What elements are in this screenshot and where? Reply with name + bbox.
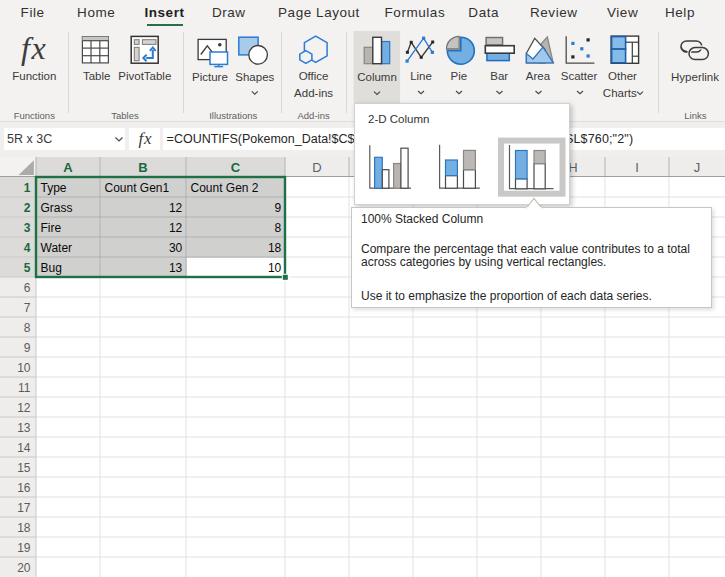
svg-text:D: D xyxy=(312,160,321,175)
svg-text:fx: fx xyxy=(21,30,47,66)
svg-text:9: 9 xyxy=(24,341,31,355)
svg-text:12: 12 xyxy=(169,221,183,235)
svg-text:17: 17 xyxy=(17,501,31,515)
svg-text:20: 20 xyxy=(17,561,31,575)
svg-text:13: 13 xyxy=(17,421,31,435)
svg-text:8: 8 xyxy=(24,321,31,335)
svg-text:4: 4 xyxy=(24,241,31,255)
svg-text:I: I xyxy=(635,160,639,175)
svg-text:B: B xyxy=(138,160,147,175)
svg-text:8: 8 xyxy=(275,221,282,235)
svg-text:Type: Type xyxy=(41,181,67,195)
svg-text:Fire: Fire xyxy=(41,221,62,235)
svg-text:6: 6 xyxy=(24,281,31,295)
svg-text:Grass: Grass xyxy=(41,201,73,215)
svg-text:3: 3 xyxy=(24,221,31,235)
svg-text:2: 2 xyxy=(24,201,31,215)
svg-text:7: 7 xyxy=(24,301,31,315)
svg-text:11: 11 xyxy=(18,381,31,395)
svg-text:H: H xyxy=(568,160,577,175)
svg-text:19: 19 xyxy=(17,541,31,555)
svg-text:Count Gen 2: Count Gen 2 xyxy=(191,181,259,195)
svg-text:Bug: Bug xyxy=(41,261,62,275)
svg-text:30: 30 xyxy=(169,241,183,255)
svg-text:18: 18 xyxy=(17,521,31,535)
svg-text:Water: Water xyxy=(41,241,73,255)
svg-text:14: 14 xyxy=(17,441,31,455)
svg-text:1: 1 xyxy=(24,181,31,195)
svg-text:10: 10 xyxy=(17,361,31,375)
svg-text:12: 12 xyxy=(169,201,183,215)
svg-text:5: 5 xyxy=(24,261,31,275)
svg-text:J: J xyxy=(694,160,701,175)
svg-text:9: 9 xyxy=(275,201,282,215)
svg-text:18: 18 xyxy=(268,241,282,255)
svg-text:Count Gen1: Count Gen1 xyxy=(105,181,170,195)
svg-text:16: 16 xyxy=(17,481,31,495)
svg-text:A: A xyxy=(63,160,73,175)
svg-text:15: 15 xyxy=(17,461,31,475)
svg-text:13: 13 xyxy=(169,261,183,275)
svg-text:C: C xyxy=(231,160,241,175)
svg-text:10: 10 xyxy=(268,261,282,275)
svg-text:12: 12 xyxy=(17,401,31,415)
